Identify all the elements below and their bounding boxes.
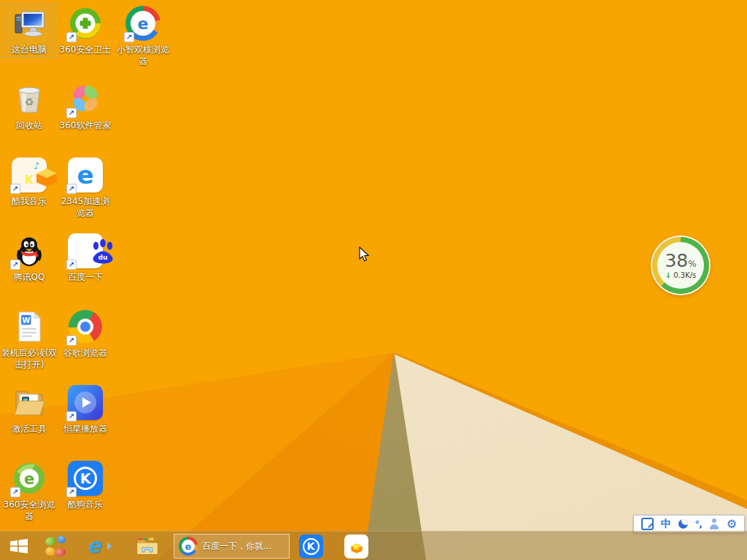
icon-label: 装机后必读(双击打开) bbox=[1, 347, 58, 370]
icon-label: 谷歌浏览器 bbox=[57, 347, 114, 359]
shortcut-arrow-icon: ↗ bbox=[66, 335, 77, 346]
icon-label: 小智双核浏览器 bbox=[115, 44, 171, 67]
taskbar-kuwo-button[interactable]: K bbox=[340, 534, 372, 559]
shortcut-arrow-icon: ↗ bbox=[66, 32, 77, 42]
desktop-icon-kugou-music[interactable]: K ↗ 酷狗音乐 bbox=[57, 461, 114, 510]
desktop-icon-recycle-bin[interactable]: ♻ 回收站 bbox=[1, 82, 58, 131]
ie-flyout-arrow-icon bbox=[107, 542, 112, 550]
folder-icon bbox=[12, 385, 47, 420]
this-pc-icon bbox=[12, 6, 47, 41]
shortcut-arrow-icon: ↗ bbox=[124, 32, 134, 42]
windows-logo-icon bbox=[9, 539, 28, 553]
kugou-music-icon: K bbox=[299, 534, 323, 559]
ime-settings-gear-icon[interactable]: ⚙ bbox=[727, 518, 737, 530]
shortcut-arrow-icon: ↗ bbox=[66, 108, 77, 118]
user-icon[interactable] bbox=[709, 518, 719, 529]
kuwo-music-icon: K ♪ ↗ bbox=[12, 158, 47, 192]
kuwo-music-icon: K bbox=[344, 534, 368, 559]
icon-label: 360安全卫士 bbox=[57, 44, 114, 55]
shortcut-arrow-icon: ↗ bbox=[66, 411, 77, 421]
tencent-qq-icon: ↗ bbox=[12, 233, 47, 268]
desktop-icon-chrome[interactable]: ↗ 谷歌浏览器 bbox=[57, 309, 114, 359]
recycle-bin-icon: ♻ bbox=[12, 82, 47, 117]
svg-text:W: W bbox=[22, 316, 30, 324]
360-software-manager-icon: ↗ bbox=[68, 82, 103, 117]
baidu-paw-icon: du ↗ bbox=[68, 233, 103, 268]
net-speed-gauge[interactable]: 38% ↓ 0.3K/s bbox=[652, 237, 709, 294]
desktop-icon-360-browser[interactable]: e ↗ 360安全浏览器 bbox=[1, 461, 58, 522]
svg-text:♻: ♻ bbox=[25, 96, 34, 108]
mouse-cursor bbox=[359, 246, 370, 265]
desktop[interactable]: 这台电脑 ↗ 360安全卫士 e ↗ 小智双核浏览器 bbox=[0, 0, 747, 560]
desktop-icon-2345-browser[interactable]: e ↗ 2345加速浏览器 bbox=[57, 158, 114, 219]
360-browser-icon: e ↗ bbox=[12, 461, 47, 496]
gauge-face: 38% ↓ 0.3K/s bbox=[657, 242, 704, 289]
shortcut-arrow-icon: ↗ bbox=[10, 260, 20, 270]
shortcut-arrow-icon: ↗ bbox=[10, 487, 20, 497]
taskbar-kugou-button[interactable]: K bbox=[295, 534, 327, 559]
desktop-icon-kuwo-music[interactable]: K ♪ ↗ 酷我音乐 bbox=[1, 158, 58, 207]
pinwheel-icon bbox=[45, 536, 66, 556]
shortcut-arrow-icon: ↗ bbox=[66, 184, 77, 194]
gauge-percent: 38% bbox=[665, 252, 696, 270]
internet-explorer-icon: e bbox=[88, 536, 101, 556]
taskbar-360-pinwheel-button[interactable] bbox=[42, 534, 69, 559]
file-explorer-icon bbox=[136, 537, 158, 555]
taskbar-ie-button[interactable]: e bbox=[79, 534, 120, 559]
icon-label: 360安全浏览器 bbox=[1, 499, 58, 522]
icon-label: 360软件管家 bbox=[57, 120, 114, 131]
icon-label: 激活工具 bbox=[1, 423, 58, 435]
360-safety-guard-icon: ↗ bbox=[68, 6, 103, 41]
desktop-icon-360-safety-guard[interactable]: ↗ 360安全卫士 bbox=[57, 6, 114, 55]
desktop-icon-tencent-qq[interactable]: ↗ 腾讯QQ bbox=[1, 233, 58, 283]
icon-label: 这台电脑 bbox=[1, 44, 58, 55]
icon-label: 酷狗音乐 bbox=[57, 499, 114, 510]
document-icon: W bbox=[12, 309, 47, 344]
desktop-icon-this-pc[interactable]: 这台电脑 bbox=[1, 6, 58, 55]
gauge-speed: ↓ 0.3K/s bbox=[665, 271, 697, 279]
ime-mode-toggle[interactable]: 中 bbox=[661, 518, 671, 531]
icon-label: 百度一下 bbox=[57, 271, 114, 283]
task-button-label: 百度一下，你就... bbox=[202, 540, 271, 553]
down-arrow-icon: ↓ bbox=[665, 271, 671, 279]
taskbar-file-explorer-button[interactable] bbox=[131, 534, 163, 559]
star-player-icon: ↗ bbox=[68, 385, 103, 420]
xiaozhi-browser-icon: e bbox=[179, 537, 198, 556]
kugou-music-icon: K ↗ bbox=[68, 461, 103, 496]
svg-text:du: du bbox=[98, 254, 108, 261]
2345-browser-icon: e ↗ bbox=[68, 158, 103, 192]
chrome-icon: ↗ bbox=[68, 309, 103, 344]
svg-text:e: e bbox=[24, 470, 34, 488]
taskbar: e e 百度一下，你就... K bbox=[0, 531, 747, 560]
fullwidth-moon-icon[interactable] bbox=[678, 519, 688, 529]
desktop-icon-xiaozhi-browser[interactable]: e ↗ 小智双核浏览器 bbox=[115, 6, 171, 67]
xiaozhi-browser-icon: e ↗ bbox=[125, 6, 160, 41]
shortcut-arrow-icon: ↗ bbox=[10, 184, 20, 194]
shortcut-arrow-icon: ↗ bbox=[66, 487, 77, 497]
desktop-icon-star-player[interactable]: ↗ 恒星播放器 bbox=[57, 385, 114, 435]
task-button-baidu-window[interactable]: e 百度一下，你就... bbox=[174, 534, 290, 559]
punctuation-toggle-icon[interactable]: °, bbox=[695, 518, 702, 529]
icon-label: 回收站 bbox=[1, 120, 58, 131]
desktop-icon-360-software-manager[interactable]: ↗ 360软件管家 bbox=[57, 82, 114, 131]
icon-label: 2345加速浏览器 bbox=[57, 195, 114, 219]
icon-label: 酷我音乐 bbox=[1, 195, 58, 207]
desktop-icon-baidu[interactable]: du ↗ 百度一下 bbox=[57, 233, 114, 283]
icon-label: 腾讯QQ bbox=[1, 271, 58, 283]
icon-label: 恒星播放器 bbox=[57, 423, 114, 435]
shortcut-arrow-icon: ↗ bbox=[66, 260, 77, 270]
desktop-icon-readme-doc[interactable]: W 装机后必读(双击打开) bbox=[1, 309, 58, 370]
start-button[interactable] bbox=[3, 534, 35, 559]
ime-logo-icon[interactable] bbox=[641, 518, 654, 530]
desktop-icon-activation-tool[interactable]: 激活工具 bbox=[1, 385, 58, 435]
